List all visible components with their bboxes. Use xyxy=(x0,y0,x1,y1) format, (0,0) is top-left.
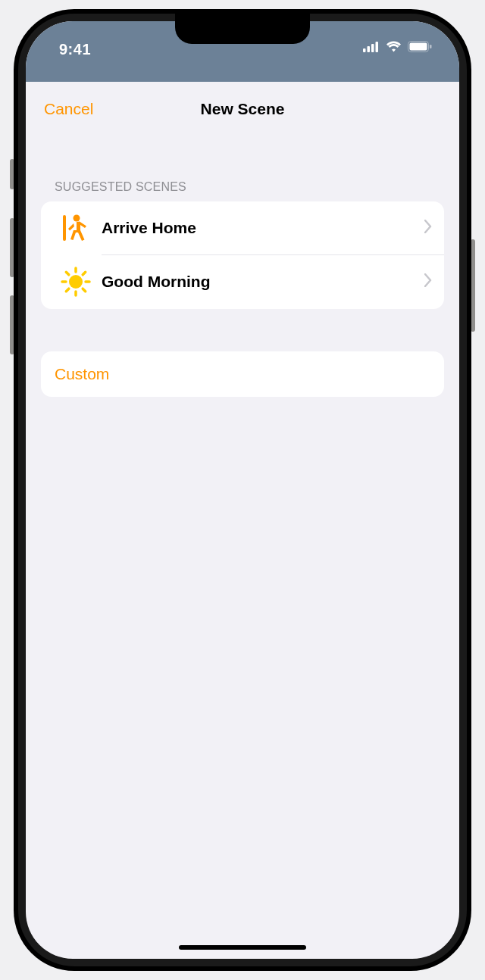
svg-point-8 xyxy=(74,215,80,222)
scene-label: Arrive Home xyxy=(102,219,424,237)
svg-rect-7 xyxy=(63,215,66,241)
status-icons xyxy=(363,41,432,55)
svg-line-16 xyxy=(66,289,69,292)
wifi-icon xyxy=(386,41,402,55)
phone-inner: 9:41 xyxy=(18,14,467,966)
home-indicator[interactable] xyxy=(179,945,306,950)
scene-arrive-home[interactable]: Arrive Home xyxy=(41,201,444,254)
status-time: 9:41 xyxy=(59,41,91,58)
cellular-icon xyxy=(363,42,380,55)
sun-icon xyxy=(55,265,97,298)
svg-rect-6 xyxy=(430,45,432,48)
scene-label: Good Morning xyxy=(102,273,424,291)
cancel-button[interactable]: Cancel xyxy=(44,100,93,118)
content-area: SUGGESTED SCENES Arrive Home xyxy=(26,180,459,397)
page-title: New Scene xyxy=(201,100,285,118)
svg-line-17 xyxy=(83,272,86,275)
nav-bar: Cancel New Scene xyxy=(26,82,459,136)
svg-rect-1 xyxy=(368,46,371,52)
svg-rect-0 xyxy=(363,48,366,52)
device-notch xyxy=(175,14,310,44)
phone-frame: 9:41 xyxy=(14,9,471,971)
screen: 9:41 xyxy=(26,21,459,959)
battery-icon xyxy=(408,41,432,55)
svg-line-15 xyxy=(83,289,86,292)
svg-rect-3 xyxy=(376,42,379,52)
suggested-scenes-header: SUGGESTED SCENES xyxy=(41,180,444,194)
chevron-right-icon xyxy=(424,220,432,236)
scene-good-morning[interactable]: Good Morning xyxy=(41,254,444,309)
custom-label: Custom xyxy=(55,365,430,383)
chevron-right-icon xyxy=(424,273,432,290)
svg-line-14 xyxy=(66,272,69,275)
svg-rect-5 xyxy=(410,43,427,51)
svg-rect-2 xyxy=(371,44,374,52)
custom-scene-button[interactable]: Custom xyxy=(41,351,444,397)
svg-point-9 xyxy=(69,275,83,289)
suggested-scenes-group: Arrive Home xyxy=(41,201,444,309)
arrive-home-icon xyxy=(55,212,97,244)
